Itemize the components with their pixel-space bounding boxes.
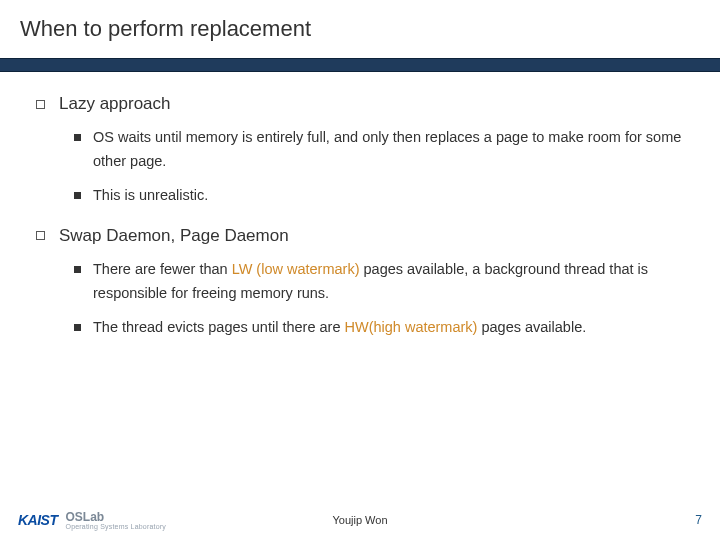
- square-bullet-icon: [36, 100, 45, 109]
- content-area: Lazy approach OS waits until memory is e…: [0, 72, 720, 340]
- section-heading: Lazy approach: [59, 94, 171, 114]
- list-item: There are fewer than LW (low watermark) …: [74, 258, 684, 306]
- highlight-text: HW(high watermark): [344, 319, 477, 335]
- slide: When to perform replacement Lazy approac…: [0, 0, 720, 540]
- list-item-text: OS waits until memory is entirely full, …: [93, 126, 684, 174]
- author-name: Youjip Won: [332, 514, 387, 526]
- oslab-logo: OSLab Operating Systems Laboratory: [66, 511, 167, 530]
- list-item-text: There are fewer than LW (low watermark) …: [93, 258, 684, 306]
- section-heading-row: Lazy approach: [36, 94, 684, 114]
- sub-list: OS waits until memory is entirely full, …: [36, 126, 684, 208]
- list-item-text: The thread evicts pages until there are …: [93, 316, 586, 340]
- title-underline: [0, 58, 720, 72]
- list-item: This is unrealistic.: [74, 184, 684, 208]
- list-item: OS waits until memory is entirely full, …: [74, 126, 684, 174]
- kaist-logo: KAIST: [18, 512, 58, 528]
- oslab-name: OSLab: [66, 511, 167, 523]
- oslab-subtitle: Operating Systems Laboratory: [66, 523, 167, 530]
- list-item: The thread evicts pages until there are …: [74, 316, 684, 340]
- section: Swap Daemon, Page Daemon There are fewer…: [36, 226, 684, 340]
- page-number: 7: [695, 513, 702, 527]
- section: Lazy approach OS waits until memory is e…: [36, 94, 684, 208]
- title-bar: When to perform replacement: [0, 0, 720, 58]
- footer: KAIST OSLab Operating Systems Laboratory…: [0, 500, 720, 540]
- diamond-bullet-icon: [74, 266, 81, 273]
- diamond-bullet-icon: [74, 192, 81, 199]
- highlight-text: LW (low watermark): [232, 261, 360, 277]
- section-heading-row: Swap Daemon, Page Daemon: [36, 226, 684, 246]
- diamond-bullet-icon: [74, 324, 81, 331]
- sub-list: There are fewer than LW (low watermark) …: [36, 258, 684, 340]
- section-heading: Swap Daemon, Page Daemon: [59, 226, 289, 246]
- slide-title: When to perform replacement: [20, 16, 311, 42]
- text-pre: The thread evicts pages until there are: [93, 319, 344, 335]
- logo-area: KAIST OSLab Operating Systems Laboratory: [0, 511, 166, 530]
- text-pre: There are fewer than: [93, 261, 232, 277]
- list-item-text: This is unrealistic.: [93, 184, 208, 208]
- diamond-bullet-icon: [74, 134, 81, 141]
- text-post: pages available.: [477, 319, 586, 335]
- square-bullet-icon: [36, 231, 45, 240]
